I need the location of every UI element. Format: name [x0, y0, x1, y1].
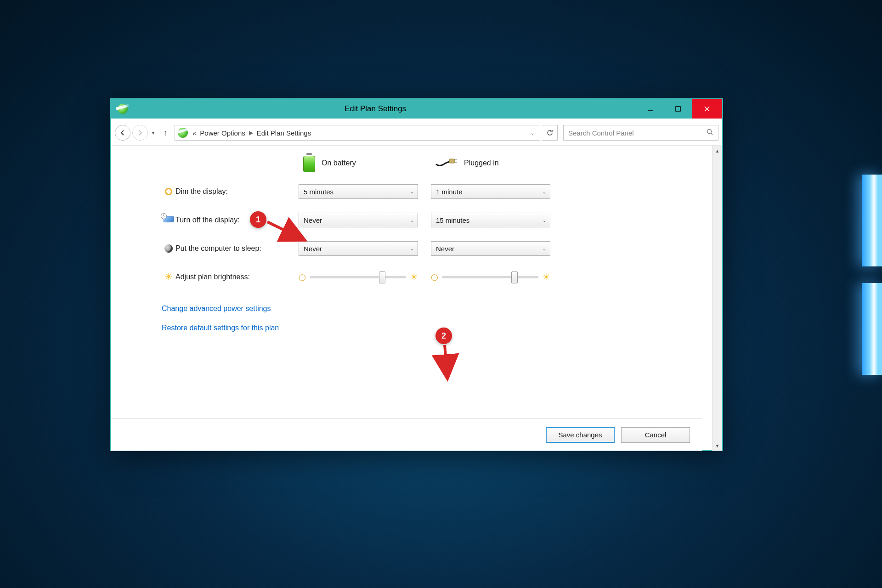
advanced-settings-link[interactable]: Change advanced power settings — [162, 305, 701, 313]
turn-off-display-row: Turn off the display: Never⌄ 15 minutes⌄ — [162, 213, 701, 227]
chevron-down-icon: ⌄ — [410, 246, 414, 251]
power-options-icon — [178, 128, 188, 138]
svg-rect-1 — [676, 107, 680, 111]
moon-icon — [164, 244, 173, 253]
brightness-battery-slider[interactable]: ◯ ☀ — [299, 270, 418, 284]
content-area: On battery Plugged in Dim the display: 5… — [111, 146, 712, 451]
address-bar[interactable]: « Power Options ▶ Edit Plan Settings ⌄ — [175, 125, 540, 141]
sleep-row: Put the computer to sleep: Never⌄ Never⌄ — [162, 241, 701, 256]
address-dropdown[interactable]: ⌄ — [531, 130, 534, 136]
scroll-up-button[interactable]: ▲ — [712, 146, 722, 156]
dim-plugged-dropdown[interactable]: 1 minute⌄ — [431, 184, 550, 199]
setting-label: Dim the display: — [175, 187, 299, 196]
sun-big-icon: ☀ — [410, 271, 418, 283]
plug-icon — [435, 158, 458, 168]
edit-plan-settings-window: Edit Plan Settings ▾ ↑ « Power Options ▶ — [110, 98, 723, 451]
dim-battery-dropdown[interactable]: 5 minutes⌄ — [299, 184, 418, 199]
chevron-down-icon: ⌄ — [543, 218, 546, 223]
chevron-down-icon: ⌄ — [410, 189, 414, 194]
chevron-down-icon: ⌄ — [543, 246, 546, 251]
up-button[interactable]: ↑ — [160, 128, 171, 138]
cancel-button[interactable]: Cancel — [621, 427, 690, 443]
annotation-arrow-1 — [266, 219, 311, 249]
restore-defaults-link[interactable]: Restore default settings for this plan — [162, 324, 701, 332]
scroll-down-button[interactable]: ▼ — [712, 441, 722, 451]
navigation-bar: ▾ ↑ « Power Options ▶ Edit Plan Settings… — [115, 122, 718, 143]
links-section: Change advanced power settings Restore d… — [162, 305, 701, 332]
footer-bar: Save changes Cancel — [111, 418, 702, 451]
sleep-battery-dropdown[interactable]: Never⌄ — [299, 241, 418, 256]
history-dropdown[interactable]: ▾ — [150, 130, 156, 136]
annotation-badge-2: 2 — [435, 328, 452, 344]
forward-button[interactable] — [132, 125, 148, 141]
refresh-button[interactable] — [542, 125, 558, 141]
svg-point-4 — [707, 130, 712, 134]
svg-line-5 — [711, 133, 713, 135]
window-controls — [637, 99, 722, 119]
maximize-button[interactable] — [664, 99, 692, 119]
svg-line-10 — [445, 345, 447, 379]
annotation-arrow-2 — [438, 344, 457, 387]
svg-rect-6 — [449, 159, 455, 163]
dim-display-row: Dim the display: 5 minutes⌄ 1 minute⌄ — [162, 184, 701, 199]
battery-icon — [303, 154, 315, 172]
save-changes-button[interactable]: Save changes — [546, 427, 615, 443]
column-plugged-label: Plugged in — [464, 159, 499, 167]
breadcrumb-item[interactable]: Edit Plan Settings — [257, 129, 311, 137]
brightness-row: ☀ Adjust plan brightness: ◯ ☀ ◯ ☀ — [162, 270, 701, 284]
search-input[interactable] — [568, 129, 706, 137]
sun-small-icon: ◯ — [299, 273, 306, 281]
chevron-down-icon: ⌄ — [410, 218, 414, 223]
turnoff-battery-dropdown[interactable]: Never⌄ — [299, 213, 418, 227]
back-button[interactable] — [115, 125, 130, 141]
sun-icon: ☀ — [164, 272, 173, 282]
search-box[interactable] — [563, 125, 718, 141]
close-button[interactable] — [692, 99, 722, 119]
svg-line-9 — [267, 222, 305, 240]
annotation-badge-1: 1 — [250, 211, 266, 228]
sun-small-icon: ◯ — [431, 273, 438, 281]
column-battery-label: On battery — [322, 159, 356, 167]
dim-icon — [165, 188, 172, 195]
breadcrumb-prefix: « — [192, 129, 196, 137]
monitor-icon — [164, 216, 174, 224]
breadcrumb-item[interactable]: Power Options — [200, 129, 245, 137]
setting-label: Adjust plan brightness: — [175, 273, 299, 281]
window-title: Edit Plan Settings — [114, 104, 637, 113]
sun-big-icon: ☀ — [542, 271, 550, 283]
chevron-down-icon: ⌄ — [543, 189, 546, 194]
column-headers: On battery Plugged in — [303, 154, 701, 172]
minimize-button[interactable] — [637, 99, 664, 119]
sleep-plugged-dropdown[interactable]: Never⌄ — [431, 241, 550, 256]
titlebar[interactable]: Edit Plan Settings — [111, 99, 722, 119]
chevron-right-icon: ▶ — [249, 130, 253, 136]
turnoff-plugged-dropdown[interactable]: 15 minutes⌄ — [431, 213, 550, 227]
brightness-plugged-slider[interactable]: ◯ ☀ — [431, 270, 550, 284]
power-options-icon — [118, 104, 128, 114]
vertical-scrollbar[interactable]: ▲ ▼ — [712, 146, 722, 451]
desktop-decoration — [862, 175, 882, 377]
search-icon — [706, 128, 713, 137]
